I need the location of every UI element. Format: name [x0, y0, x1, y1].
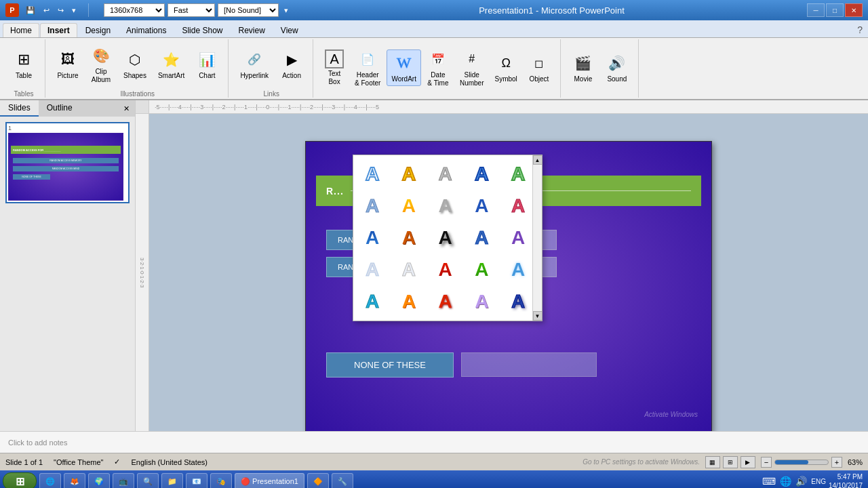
wordart-style-4[interactable]: A: [467, 159, 496, 189]
undo-button[interactable]: ↩: [41, 5, 52, 16]
tab-insert[interactable]: Insert: [40, 23, 77, 37]
wordart-style-7[interactable]: A: [394, 191, 424, 221]
tray-volume-icon[interactable]: 🔊: [795, 476, 807, 487]
wordart-style-19[interactable]: A: [467, 255, 496, 285]
zoom-level: 63%: [848, 458, 863, 466]
action-button[interactable]: ▶ Action: [276, 46, 307, 83]
wordart-style-13[interactable]: A: [431, 223, 460, 253]
close-button[interactable]: ✕: [845, 3, 863, 17]
smartart-button[interactable]: ⭐ SmartArt: [153, 46, 189, 83]
wordart-style-5[interactable]: A: [503, 159, 533, 189]
save-button[interactable]: 💾: [23, 5, 38, 16]
qa-dropdown[interactable]: ▾: [69, 5, 79, 16]
zoom-out-button[interactable]: −: [761, 457, 772, 468]
maximize-button[interactable]: □: [826, 3, 844, 17]
wordart-style-8[interactable]: A: [431, 191, 460, 221]
movie-button[interactable]: 🎬 Movie: [568, 49, 599, 86]
taskbar-search[interactable]: 🔍: [137, 473, 159, 488]
toolbar-options[interactable]: ▾: [281, 5, 291, 16]
taskbar-app4[interactable]: 📺: [113, 473, 134, 488]
date-time-button[interactable]: 📅 Date& Time: [422, 45, 454, 90]
symbol-button[interactable]: Ω Symbol: [490, 49, 522, 86]
language-indicator[interactable]: English (United States): [131, 458, 208, 466]
taskbar-folder[interactable]: 📁: [161, 473, 183, 488]
scroll-down-button[interactable]: ▼: [533, 311, 542, 321]
tray-network-icon[interactable]: 🌐: [780, 476, 791, 487]
tab-slideshow[interactable]: Slide Show: [174, 23, 230, 37]
wordart-button[interactable]: W WordArt: [387, 49, 421, 86]
hyperlink-button[interactable]: 🔗 Hyperlink: [235, 46, 273, 83]
minimize-button[interactable]: ─: [807, 3, 825, 17]
tab-outline[interactable]: Outline: [39, 100, 81, 117]
taskbar-firefox[interactable]: 🦊: [64, 473, 85, 488]
taskbar-chrome[interactable]: 🌍: [88, 473, 110, 488]
system-clock[interactable]: 5:47 PM 14/10/2017: [829, 472, 863, 488]
taskbar-app8[interactable]: 🎭: [210, 473, 232, 488]
wordart-style-20[interactable]: A: [503, 255, 533, 285]
textbox-button[interactable]: A TextBox: [320, 47, 349, 89]
object-button[interactable]: ◻ Object: [524, 49, 555, 86]
tab-design[interactable]: Design: [78, 23, 118, 37]
spell-check-icon[interactable]: ✓: [114, 458, 120, 466]
table-button[interactable]: ⊞ Table: [8, 46, 39, 83]
header-footer-button[interactable]: 📄 Header& Footer: [350, 45, 385, 90]
taskbar-mail[interactable]: 📧: [186, 473, 208, 488]
wordart-style-10[interactable]: A: [503, 191, 533, 221]
tray-lang[interactable]: ENG: [811, 478, 826, 485]
taskbar-app11[interactable]: 🔧: [332, 473, 353, 488]
ruler-vertical: 3·2·1·0·1·2·3: [136, 114, 149, 431]
redo-button[interactable]: ↪: [55, 5, 66, 16]
panel-close-button[interactable]: ✕: [118, 102, 135, 116]
notes-area[interactable]: Click to add notes: [0, 431, 868, 453]
taskbar-vlc[interactable]: 🔶: [307, 473, 329, 488]
clip-art-button[interactable]: 🎨 ClipAlbum: [85, 42, 117, 87]
chart-button[interactable]: 📊 Chart: [191, 46, 222, 83]
wordart-style-23[interactable]: A: [431, 287, 460, 317]
tab-slides[interactable]: Slides: [0, 100, 39, 117]
links-group-label: Links: [264, 90, 279, 98]
tab-animations[interactable]: Animations: [119, 23, 174, 37]
slide-size-select[interactable]: 1360x768: [104, 3, 165, 17]
tab-view[interactable]: View: [273, 23, 306, 37]
wordart-style-9[interactable]: A: [467, 191, 496, 221]
picture-button[interactable]: 🖼 Picture: [52, 46, 83, 83]
wordart-style-15[interactable]: A: [503, 223, 533, 253]
normal-view-btn[interactable]: ▦: [705, 456, 720, 468]
wordart-style-16[interactable]: A: [357, 255, 387, 285]
wordart-style-24[interactable]: A: [467, 287, 496, 317]
wordart-style-12[interactable]: A: [394, 223, 424, 253]
sound-select[interactable]: [No Sound]: [218, 3, 279, 17]
zoom-slider[interactable]: [774, 460, 829, 465]
wordart-style-6[interactable]: A: [357, 191, 387, 221]
slideshow-btn[interactable]: ▶: [741, 456, 755, 468]
slide-number-label: SlideNumber: [460, 71, 484, 87]
wordart-style-17[interactable]: A: [394, 255, 424, 285]
taskbar-ie[interactable]: 🌐: [39, 473, 61, 488]
ribbon-help[interactable]: ?: [852, 22, 868, 37]
slide-thumbnail-1[interactable]: 1 RANDOM ACCESS FOR ___________ RANDOM A…: [5, 122, 130, 203]
textbox-icon: A: [325, 49, 344, 68]
clock-date: 14/10/2017: [829, 481, 863, 488]
wordart-style-25[interactable]: A: [503, 287, 533, 317]
shapes-button[interactable]: ⬡ Shapes: [119, 46, 151, 83]
taskbar-powerpoint[interactable]: 🔴 Presentation1: [235, 473, 304, 488]
tab-home[interactable]: Home: [3, 23, 39, 37]
wordart-style-2[interactable]: A: [394, 159, 424, 189]
wordart-style-21[interactable]: A: [357, 287, 387, 317]
scroll-up-button[interactable]: ▲: [533, 155, 542, 165]
zoom-in-button[interactable]: +: [831, 457, 842, 468]
none-of-these-btn[interactable]: NONE OF THESE: [326, 352, 597, 378]
slide-number-button[interactable]: # SlideNumber: [455, 45, 489, 90]
start-button[interactable]: ⊞: [3, 472, 37, 488]
wordart-style-18[interactable]: A: [431, 255, 460, 285]
wordart-style-1[interactable]: A: [357, 159, 387, 189]
wordart-style-14[interactable]: A: [467, 223, 496, 253]
wordart-style-11[interactable]: A: [357, 223, 387, 253]
wordart-style-22[interactable]: A: [394, 287, 424, 317]
slide-sorter-btn[interactable]: ⊞: [723, 456, 738, 468]
sound-button[interactable]: 🔊 Sound: [601, 49, 633, 86]
wordart-style-3[interactable]: A: [431, 159, 460, 189]
speed-select[interactable]: Fast: [167, 3, 215, 17]
tray-keyboard-icon[interactable]: ⌨: [762, 476, 776, 487]
tab-review[interactable]: Review: [231, 23, 272, 37]
